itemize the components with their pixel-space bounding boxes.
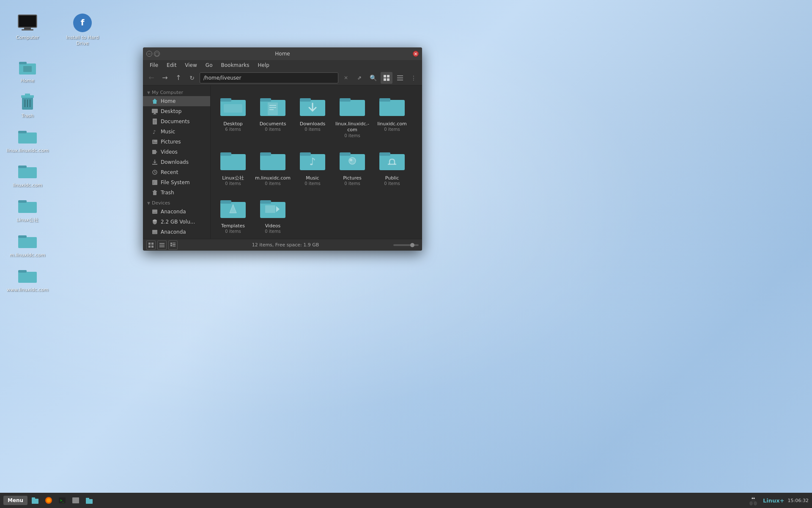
grid-view-button[interactable] [381, 72, 392, 84]
zoom-slider[interactable] [393, 244, 419, 246]
list-view-button[interactable] [394, 72, 406, 84]
statusbar-btn-2[interactable] [157, 240, 167, 250]
svg-rect-63 [260, 98, 271, 102]
svg-rect-36 [154, 120, 156, 121]
desktop-icon-install[interactable]: f Install to Hard Drive [63, 13, 102, 47]
svg-rect-108 [32, 497, 35, 499]
file-item-linuxidc-com[interactable]: linuxidc.com 0 items [373, 89, 411, 141]
statusbar-btn-3[interactable] [168, 240, 178, 250]
refresh-button[interactable]: ↻ [186, 72, 198, 84]
svg-text:f: f [81, 17, 85, 28]
sidebar-section-my-computer[interactable]: ▼ My Computer [143, 87, 210, 96]
devices-arrow: ▼ [147, 201, 150, 205]
desktop-icon-linux-linuxidc[interactable]: linux.linuxidc.com [8, 126, 47, 154]
sidebar-item-pictures[interactable]: Pictures [143, 137, 210, 147]
file-item-pictures[interactable]: Pictures 0 items [333, 143, 371, 189]
folder-pictures-icon [339, 146, 366, 174]
sidebar-item-anaconda1[interactable]: Anaconda [143, 207, 210, 217]
menu-file[interactable]: File [146, 61, 162, 69]
taskbar-browser-icon[interactable] [43, 494, 55, 506]
close-button[interactable]: ✕ [413, 51, 419, 57]
svg-rect-16 [18, 166, 27, 168]
sidebar-pictures-label: Pictures [161, 139, 181, 145]
file-m-linuxidc-count: 0 items [265, 181, 280, 186]
desktop-icon-computer[interactable]: Computer [8, 13, 47, 41]
taskbar-settings-icon[interactable] [70, 494, 82, 506]
svg-point-83 [349, 157, 356, 164]
statusbar-info: 12 items, Free space: 1.9 GB [181, 242, 390, 248]
svg-rect-9 [25, 94, 30, 96]
desktop-icon-computer-label: Computer [16, 35, 39, 41]
search-button[interactable]: 🔍 [367, 72, 379, 84]
address-bar[interactable]: /home/liveuser [200, 72, 338, 83]
desktop-icon-home[interactable]: Home [8, 56, 47, 84]
svg-text:♪: ♪ [153, 129, 156, 135]
taskbar-folder-icon[interactable] [83, 494, 95, 506]
svg-rect-64 [268, 102, 278, 115]
file-desktop-name: Desktop [223, 121, 242, 127]
sidebar-section-devices[interactable]: ▼ Devices [143, 198, 210, 207]
sidebar-item-desktop[interactable]: Desktop [143, 106, 210, 116]
sidebar-item-recent[interactable]: Recent [143, 167, 210, 177]
file-videos-count: 0 items [265, 229, 280, 234]
sidebar-anaconda2-label: Anaconda [161, 229, 186, 235]
taskbar-menu-button[interactable]: Menu [3, 496, 27, 505]
taskbar-right-area: Linux+ 15:06:32 [747, 494, 809, 507]
menu-go[interactable]: Go [202, 61, 216, 69]
sidebar-item-music[interactable]: ♪ Music [143, 127, 210, 137]
minimize-button[interactable]: ─ [146, 51, 152, 57]
sidebar-item-volume[interactable]: 2.2 GB Volu... [143, 217, 210, 227]
sidebar-item-downloads[interactable]: Downloads [143, 157, 210, 167]
svg-rect-40 [152, 140, 157, 144]
zoom-handle[interactable] [410, 243, 414, 247]
svg-marker-43 [156, 151, 157, 153]
menu-bookmarks[interactable]: Bookmarks [217, 61, 252, 69]
desktop-icon-linux-company[interactable]: Linux公社 [8, 195, 47, 223]
svg-rect-75 [220, 152, 231, 156]
svg-rect-31 [397, 80, 403, 80]
sidebar-item-anaconda2[interactable]: Anaconda [143, 227, 210, 237]
forward-button[interactable]: → [159, 72, 171, 84]
folder-desktop-icon [219, 92, 247, 119]
svg-text:/: / [153, 181, 154, 185]
menu-help[interactable]: Help [255, 61, 273, 69]
back-button[interactable]: ← [145, 72, 157, 84]
file-item-public[interactable]: Public 0 items [373, 143, 411, 189]
svg-rect-88 [220, 200, 231, 204]
svg-rect-25 [384, 75, 386, 77]
sidebar-item-home[interactable]: Home [143, 96, 210, 106]
file-item-desktop[interactable]: Desktop 6 items [214, 89, 252, 141]
desktop-icon-linuxidc[interactable]: linuxidc.com [8, 160, 47, 188]
desktop-icon-m-linuxidc[interactable]: m.linuxidc.com [8, 230, 47, 258]
address-text: /home/liveuser [203, 75, 241, 81]
clear-address-button[interactable]: ✕ [340, 72, 352, 84]
menu-edit[interactable]: Edit [163, 61, 180, 69]
more-options-button[interactable]: ⋮ [408, 72, 420, 84]
file-item-videos[interactable]: Videos 0 items [254, 191, 292, 237]
svg-rect-3 [22, 29, 33, 30]
sidebar-item-trash[interactable]: Trash [143, 188, 210, 198]
svg-rect-13 [18, 133, 37, 144]
taskbar-files-icon[interactable] [29, 494, 41, 506]
file-item-m-linuxidc[interactable]: m.linuxidc.com 0 items [254, 143, 292, 189]
sidebar-home-label: Home [161, 98, 176, 104]
sidebar-item-documents[interactable]: Documents [143, 116, 210, 127]
taskbar-term-icon[interactable]: >_ [56, 494, 68, 506]
desktop-icons-col1: Computer Home [8, 13, 47, 293]
up-button[interactable]: ↑ [173, 72, 184, 84]
file-item-linux-linuxidc[interactable]: linux.linuxidc.-com 0 items [333, 89, 371, 141]
file-item-downloads[interactable]: Downloads 0 items [294, 89, 332, 141]
file-item-documents[interactable]: Documents 0 items [254, 89, 292, 141]
sidebar-item-file-system[interactable]: / File System [143, 177, 210, 188]
file-item-templates[interactable]: Templates 0 items [214, 191, 252, 237]
menu-view[interactable]: View [181, 61, 200, 69]
svg-rect-44 [152, 164, 157, 165]
desktop-icon-trash[interactable]: Trash [8, 91, 47, 119]
maximize-button[interactable]: □ [154, 51, 160, 57]
file-item-linux-company[interactable]: Linux公社 0 items [214, 143, 252, 189]
sidebar-item-videos[interactable]: Videos [143, 147, 210, 157]
desktop-icon-www-linuxidc[interactable]: www.linuxidc.com [8, 265, 47, 293]
statusbar-btn-1[interactable] [146, 240, 156, 250]
file-item-music[interactable]: ♪ Music 0 items [294, 143, 332, 189]
new-window-button[interactable]: ⇗ [354, 72, 365, 84]
